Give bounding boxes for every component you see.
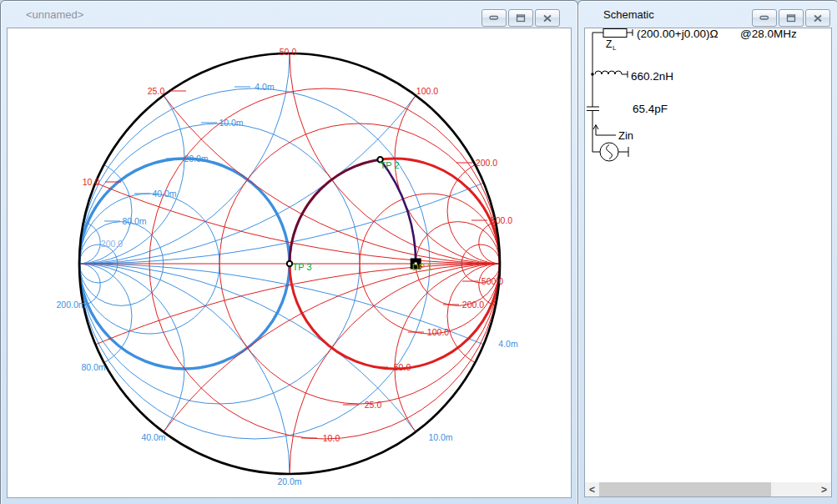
point-label: TP 2: [380, 160, 399, 170]
grid-value-label: 20.0m: [184, 154, 208, 164]
close-button[interactable]: [535, 9, 560, 27]
grid-value-label: 200.0m: [56, 300, 85, 310]
grid-value-label: 10.0m: [428, 432, 452, 442]
scroll-left-button[interactable]: <: [585, 482, 599, 496]
schematic-window-title: Schematic: [603, 8, 654, 21]
scrollbar-track[interactable]: [599, 482, 817, 496]
schematic-label: Zin: [618, 129, 633, 142]
minimize-button[interactable]: [482, 9, 507, 27]
grid-value-label: 80.0m: [81, 362, 105, 372]
grid-value-label: 100.0: [427, 327, 449, 337]
maximize-icon: [786, 13, 796, 23]
scrollbar-thumb[interactable]: [599, 482, 771, 496]
grid-value-label: 50.0: [394, 362, 411, 372]
maximize-icon: [516, 13, 526, 23]
smith-chart-window: <unnamed>: [0, 0, 578, 504]
minimize-button[interactable]: [752, 9, 777, 27]
schematic-label: (200.00+j0.00)Ω: [637, 28, 719, 40]
load-resistor-symbol[interactable]: [603, 29, 627, 38]
grid-value-label: 20.0m: [277, 476, 301, 486]
wire-junction-dot: [591, 73, 594, 76]
inductor-symbol[interactable]: [595, 71, 622, 74]
close-button[interactable]: [805, 9, 830, 27]
schematic-window-titlebar[interactable]: Schematic: [578, 1, 837, 28]
grid-value-label: 200.0: [462, 300, 484, 310]
source-sine-glyph: [607, 145, 613, 159]
schematic-label: @28.0MHz: [740, 28, 797, 40]
maximize-button[interactable]: [779, 9, 804, 27]
schematic-window-controls: [750, 9, 830, 27]
minimize-icon: [489, 15, 499, 21]
grid-value-label: 200.0: [476, 158, 497, 168]
minimize-icon: [759, 15, 769, 21]
matching-path-segment-2: [290, 159, 381, 264]
mdi-workspace: <unnamed>: [0, 0, 837, 504]
grid-value-label: 40.0m: [152, 189, 176, 199]
smith-window-controls: [480, 9, 560, 27]
point-label: DP 1: [412, 262, 432, 272]
schematic-label: L: [613, 44, 617, 52]
close-icon: [813, 14, 823, 23]
schematic-drawing: (200.00+j0.00)Ω@28.0MHzZL660.2nH65.4pFZi…: [585, 28, 831, 482]
smith-window-title: <unnamed>: [26, 8, 83, 21]
marker-tp3[interactable]: [287, 261, 292, 266]
smith-window-titlebar[interactable]: <unnamed>: [1, 1, 577, 28]
grid-value-label: 200.0: [101, 239, 123, 249]
close-icon: [542, 14, 552, 23]
grid-value-label: 25.0: [148, 86, 165, 96]
point-label: TP 3: [292, 262, 311, 272]
schematic-hscrollbar[interactable]: < >: [585, 482, 831, 496]
grid-value-label: 500.0: [482, 276, 503, 286]
schematic-window: Schematic: [577, 0, 837, 504]
schematic-label: 660.2nH: [631, 70, 673, 83]
schematic-label: 65.4pF: [633, 103, 668, 115]
grid-value-label: 4.0m: [255, 82, 275, 92]
grid-value-label: 500.0: [491, 215, 512, 225]
grid-value-label: 100.0: [416, 86, 438, 96]
schematic-canvas[interactable]: (200.00+j0.00)Ω@28.0MHzZL660.2nH65.4pFZi…: [584, 28, 832, 497]
grid-value-label: 50.0: [280, 47, 297, 57]
grid-value-label: 80.0m: [122, 216, 146, 226]
schematic-label: Z: [606, 38, 612, 50]
grid-value-label: 10.0m: [219, 118, 243, 128]
grid-value-label: 4.0m: [498, 339, 518, 349]
scroll-right-button[interactable]: >: [817, 482, 831, 496]
grid-value-label: 40.0m: [141, 432, 165, 442]
grid-value-label: 10.0: [83, 177, 100, 187]
smith-chart-canvas[interactable]: 50.025.010.0100.0200.0500.0500.0200.0100…: [7, 28, 572, 498]
smith-chart: 50.025.010.0100.0200.0500.0500.0200.0100…: [8, 28, 571, 497]
grid-value-label: 10.0: [323, 433, 340, 443]
grid-value-label: 25.0: [365, 400, 382, 410]
maximize-button[interactable]: [508, 9, 533, 27]
